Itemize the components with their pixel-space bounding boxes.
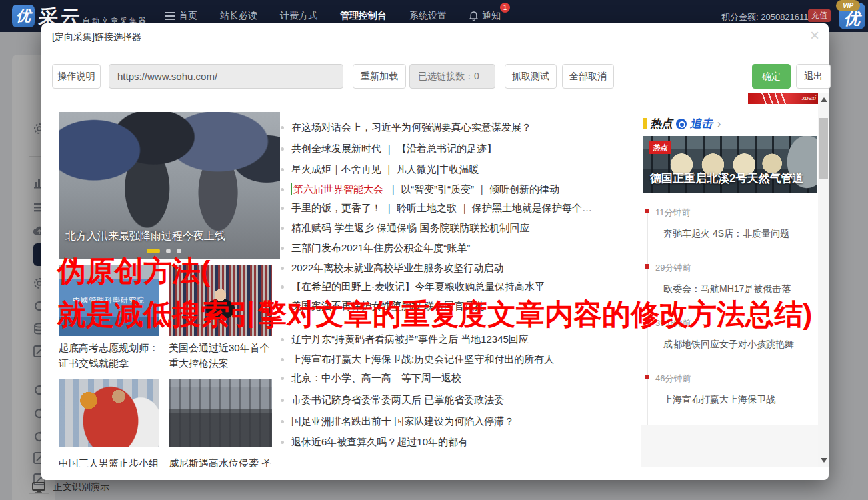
annotation-line2: 就是减低搜索引擎对文章的重复度文章内容的修改方法总结) [57, 295, 812, 334]
nav-item-notifications[interactable]: 通知 1 [469, 10, 501, 22]
headline-link[interactable]: 在这场对话会上，习近平为何强调要真心实意谋发展？ [291, 121, 665, 135]
hot-title-left: 热点 [650, 116, 673, 131]
confirm-button[interactable]: 确定 [752, 64, 791, 89]
headline-link[interactable]: 2022年离校未就业高校毕业生服务攻坚行动启动 [291, 262, 665, 275]
news-card-caption[interactable]: 威尼斯遇高水位侵袭 圣 [169, 455, 275, 467]
hot-item-time: 29分钟前 [655, 262, 691, 274]
hot-tag: 热点 [649, 141, 671, 154]
headline-text: 上海宣布打赢大上海保卫战:历史会记住坚守和付出的所有人 [291, 353, 554, 365]
webview-scrollbar [818, 93, 829, 467]
headline-link[interactable]: 国足亚洲排名跌出前十 国家队建设为何陷入停滞？ [291, 415, 665, 429]
news-card-image[interactable] [169, 379, 272, 447]
scroll-down-arrow[interactable] [821, 458, 827, 463]
link-selector-modal: [定向采集]链接选择器 × 操作说明 重新加载 已选链接数：0 抓取测试 全部取… [41, 23, 829, 480]
news-card-caption[interactable]: 美国会通过近30年首个重大控枪法案 [169, 340, 274, 371]
headline-link[interactable]: 北京：中小学、高一高二等下周一返校 [291, 372, 665, 385]
headline-text: 辽宁丹东“持黄码者看病被拦”事件之后 当地12345回应 [291, 333, 529, 345]
scroll-up-arrow[interactable] [821, 97, 827, 102]
headline-text: 精准赋码 学生返乡 保通保畅 国务院联防联控机制回应 [291, 222, 530, 233]
target-icon [676, 119, 687, 129]
selected-link-text: 第六届世界智能大会 [291, 183, 385, 195]
nav-item-settings[interactable]: 系统设置 [409, 10, 447, 22]
hot-featured-image[interactable]: 热点 德国正重启北溪2号天然气管道 [643, 136, 817, 193]
notification-badge: 1 [500, 3, 510, 13]
bell-icon [469, 11, 478, 21]
headline-link[interactable]: 共创全球发展新时代 ｜ 【沿着总书记的足迹】 [291, 143, 665, 156]
accent-bar [643, 118, 647, 129]
headline-link[interactable]: 三部门发布2021年住房公积金年度“账单” [291, 242, 665, 255]
headline-text: 【在希望的田野上·麦收记】今年夏粮收购总量保持高水平 [291, 281, 545, 292]
hot-item-time: 11分钟前 [655, 207, 691, 219]
news-card-caption[interactable]: 起底高考志愿规划师：证书交钱就能拿 [59, 340, 160, 371]
headline-text: 共创全球发展新时代 ｜ 【沿着总书记的足迹】 [291, 143, 497, 154]
headline-text: ｜ 以“智变”引“质变” ｜ 倾听创新的律动 [385, 183, 559, 195]
modal-title: [定向采集]链接选择器 [52, 31, 141, 43]
headline-text: 国足亚洲排名跌出前十 国家队建设为何陷入停滞？ [291, 415, 514, 427]
nav-item-label: 通知 [482, 10, 501, 22]
nav-item-billing[interactable]: 计费方式 [280, 10, 317, 22]
exit-button[interactable]: 退出 [796, 64, 831, 89]
nav-item-label: 管理控制台 [340, 10, 387, 22]
nav-item-label: 系统设置 [409, 10, 447, 22]
headline-text: 市委书记跻身省委常委两天后 已掌舵省委政法委 [291, 394, 504, 405]
headline-text: 手里的饭，更香了！ ｜ 聆听土地之歌 ｜ 保护黑土地就是保护每个… [291, 202, 592, 213]
credit-balance: 积分金额: 2050821611 [721, 11, 809, 23]
nav-item-must-read[interactable]: 站长必读 [220, 10, 257, 22]
hot-item-link[interactable]: 上海宣布打赢大上海保卫战 [663, 394, 775, 406]
hot-item-link[interactable]: 欧委会：马航MH17是被俄击落 [663, 283, 791, 295]
headline-link[interactable]: 手里的饭，更香了！ ｜ 聆听土地之歌 ｜ 保护黑土地就是保护每个… [291, 202, 665, 215]
news-card-caption[interactable]: 中国三人男篮止步小组赛 [59, 455, 165, 467]
scrollbar-thumb[interactable] [819, 118, 828, 179]
headline-link[interactable]: 星火成炬｜不舍再见 ｜ 凡人微光|丰收温暖 [291, 163, 665, 177]
help-button[interactable]: 操作说明 [52, 64, 101, 89]
hero-caption[interactable]: 北方入汛来最强降雨过程今夜上线 [65, 229, 225, 243]
headline-text: 2022年离校未就业高校毕业生服务攻坚行动启动 [291, 262, 503, 273]
hamburger-icon [165, 12, 175, 20]
nav-item-label: 计费方式 [280, 10, 317, 22]
close-icon[interactable]: × [810, 27, 819, 43]
app-root: 优 采云 自动文章采集器 首页 站长必读 计费方式 管理控制台 系统设置 通知 [0, 0, 868, 500]
modal-toolbar: 操作说明 重新加载 已选链接数：0 抓取测试 全部取消 确定 退出 [41, 54, 829, 99]
selected-count-box: 已选链接数：0 [409, 64, 495, 89]
promo-banner-image[interactable]: xuexi [748, 93, 819, 104]
url-input[interactable] [109, 64, 343, 89]
nav-item-console[interactable]: 管理控制台 [340, 10, 387, 22]
banner-text: xuexi [802, 95, 816, 101]
headline-link[interactable]: 辽宁丹东“持黄码者看病被拦”事件之后 当地12345回应 [291, 333, 665, 347]
news-card-image[interactable] [59, 379, 159, 447]
hot-item-time: 46分钟前 [655, 373, 691, 385]
headline-link[interactable]: 退休近6年被查算久吗？超过10年的都有 [291, 436, 665, 449]
hot-featured-caption: 德国正重启北溪2号天然气管道 [650, 171, 803, 186]
nav-item-home[interactable]: 首页 [165, 10, 197, 22]
webview-content: xuexi 北方入汛来最强降雨过程今夜上线 中國管理科學研究院 起底高考志愿规划… [52, 93, 829, 467]
cancel-all-button[interactable]: 全部取消 [562, 64, 614, 89]
headline-text: 三部门发布2021年住房公积金年度“账单” [291, 242, 470, 253]
chevron-right-icon: › [717, 118, 721, 130]
headline-link[interactable]: 【在希望的田野上·麦收记】今年夏粮收购总量保持高水平 [291, 281, 665, 294]
recharge-button[interactable]: 充值 [808, 9, 831, 22]
headline-link[interactable]: 上海宣布打赢大上海保卫战:历史会记住坚守和付出的所有人 [291, 353, 665, 367]
vip-badge: VIP [836, 0, 860, 11]
nav-item-label: 站长必读 [220, 10, 257, 22]
hot-section-header[interactable]: 热点 追击 › [643, 116, 721, 131]
grab-test-button[interactable]: 抓取测试 [505, 64, 557, 89]
hot-item-link[interactable]: 成都地铁回应女子对小孩跳艳舞 [663, 339, 794, 351]
hot-item-link[interactable]: 奔驰车起火 4S店：非质量问题 [663, 228, 789, 240]
headline-link-selected[interactable]: 第六届世界智能大会 ｜ 以“智变”引“质变” ｜ 倾听创新的律动 [291, 183, 665, 197]
headline-text: 在这场对话会上，习近平为何强调要真心实意谋发展？ [291, 121, 531, 133]
headline-link[interactable]: 市委书记跻身省委常委两天后 已掌舵省委政法委 [291, 394, 665, 407]
panel-footer-area [641, 425, 818, 467]
annotation-line1: 伪原创方法( [57, 252, 210, 291]
headline-text: 退休近6年被查算久吗？超过10年的都有 [291, 436, 468, 447]
headline-text: 北京：中小学、高一高二等下周一返校 [291, 372, 461, 383]
headline-text: 星火成炬｜不舍再见 ｜ 凡人微光|丰收温暖 [291, 163, 479, 175]
nav-item-label: 首页 [179, 10, 197, 22]
headline-link[interactable]: 精准赋码 学生返乡 保通保畅 国务院联防联控机制回应 [291, 222, 665, 235]
brand-logo-icon[interactable]: 优 [12, 5, 35, 27]
hot-title-right: 追击 [690, 116, 713, 131]
reload-button[interactable]: 重新加载 [353, 64, 406, 89]
